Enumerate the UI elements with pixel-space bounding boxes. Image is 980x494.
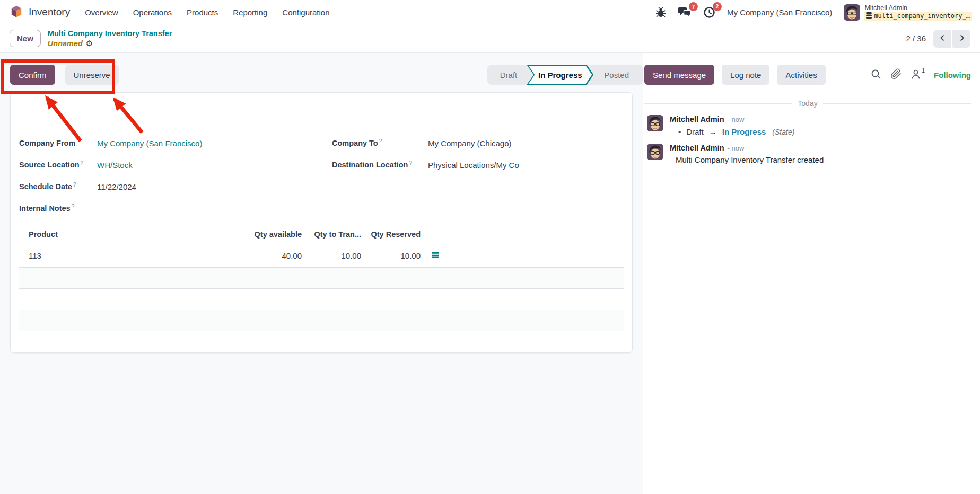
empty-table-row	[19, 289, 624, 310]
schedule-date-value[interactable]: 11/22/2024	[97, 182, 136, 192]
unreserve-button[interactable]: Unreserve	[65, 65, 119, 85]
search-messages-icon[interactable]	[871, 69, 881, 81]
table-row[interactable]: 113 40.00 10.00 10.00	[19, 244, 624, 268]
messages-badge: 7	[689, 2, 698, 11]
field-destination-location: Destination Location? Physical Locations…	[332, 160, 519, 182]
status-bar: Draft In Progress Posted	[487, 65, 643, 85]
help-icon: ?	[73, 182, 76, 188]
qty-available-cell: 40.00	[246, 244, 304, 268]
breadcrumb-parent[interactable]: Multi Company Inventory Transfer	[48, 29, 172, 38]
field-company-to: Company To? My Company (Chicago)	[332, 138, 519, 160]
chevron-right-icon	[957, 33, 966, 44]
database-icon	[866, 12, 872, 21]
transfer-lines-table: Product Qty available Qty to Tran... Qty…	[19, 226, 624, 331]
help-icon: ?	[379, 138, 382, 144]
menu-configuration[interactable]: Configuration	[282, 8, 329, 17]
follower-count: 1	[922, 67, 925, 74]
gear-icon[interactable]: ⚙	[86, 39, 93, 47]
message-time: - now	[728, 144, 745, 152]
tracking-old-value: Draft	[686, 127, 704, 136]
chevron-left-icon	[938, 33, 947, 44]
message-body: Multi Company Inventory Transfer created	[670, 155, 824, 164]
date-divider-label: Today	[798, 99, 817, 108]
pager-previous-button[interactable]	[933, 30, 951, 48]
qty-to-transfer-cell: 10.00	[304, 244, 363, 268]
qty-reserved-cell: 10.00	[363, 244, 423, 268]
field-schedule-date: Schedule Date? 11/22/2024	[19, 182, 332, 204]
column-header-qty-reserved[interactable]: Qty Reserved	[363, 226, 423, 244]
followers-button[interactable]: 1	[911, 69, 925, 81]
breadcrumb-bar: New Multi Company Inventory Transfer Unn…	[0, 24, 980, 53]
following-button[interactable]: Following	[934, 70, 971, 80]
tracking-field-name: (State)	[772, 128, 794, 136]
message-author[interactable]: Mitchell Admin	[670, 144, 724, 152]
empty-table-row	[19, 310, 624, 331]
status-step-in-progress[interactable]: In Progress	[527, 65, 593, 85]
help-icon: ?	[76, 138, 80, 144]
company-from-value[interactable]: My Company (San Francisco)	[97, 138, 202, 148]
company-switcher[interactable]: My Company (San Francisco)	[727, 8, 832, 17]
product-cell: 113	[19, 244, 246, 268]
field-internal-notes: Internal Notes?	[19, 204, 332, 225]
follower-person-icon	[911, 69, 921, 81]
database-chip: multi_company_inventory_…	[864, 12, 972, 21]
help-icon: ?	[72, 204, 75, 209]
menu-reporting[interactable]: Reporting	[233, 8, 267, 17]
database-name: multi_company_inventory_…	[874, 12, 970, 21]
message-author[interactable]: Mitchell Admin	[670, 115, 724, 124]
send-message-button[interactable]: Send message	[644, 65, 714, 85]
form-view-area: Confirm Unreserve Draft In Progress Post…	[0, 53, 643, 494]
source-location-value[interactable]: WH/Stock	[97, 160, 133, 170]
company-to-value[interactable]: My Company (Chicago)	[428, 138, 512, 148]
menu-overview[interactable]: Overview	[85, 8, 118, 17]
message-avatar	[647, 144, 663, 160]
status-step-posted[interactable]: Posted	[593, 65, 643, 85]
column-header-qty-available[interactable]: Qty available	[246, 226, 304, 244]
destination-location-value[interactable]: Physical Locations/My Co	[428, 160, 519, 170]
confirm-button[interactable]: Confirm	[10, 65, 55, 85]
record-name: Unnamed	[48, 39, 83, 48]
new-button[interactable]: New	[10, 30, 41, 47]
tracking-value: • Draft → In Progress (State)	[670, 127, 794, 136]
chatter-panel: Send message Log note Activities	[643, 53, 980, 494]
menu-products[interactable]: Products	[187, 8, 218, 17]
message-avatar	[647, 115, 663, 131]
empty-table-row	[19, 268, 624, 289]
status-step-draft[interactable]: Draft	[487, 65, 527, 85]
activities-button[interactable]: Activities	[777, 65, 825, 85]
pager-next-button[interactable]	[952, 30, 970, 48]
app-name: Inventory	[29, 6, 70, 18]
form-sheet: Company From? My Company (San Francisco)…	[10, 92, 633, 353]
column-header-qty-to-transfer[interactable]: Qty to Tran...	[304, 226, 363, 244]
tracking-new-value: In Progress	[722, 127, 766, 136]
activity-badge: 2	[713, 2, 722, 11]
record-pager: 2 / 36	[906, 34, 926, 43]
chatter-message: Mitchell Admin - now Multi Company Inven…	[647, 144, 971, 164]
field-source-location: Source Location? WH/Stock	[19, 160, 332, 182]
message-time: - now	[728, 116, 745, 124]
inventory-app-icon	[10, 5, 23, 20]
chatter-message: Mitchell Admin - now • Draft → In Progre…	[647, 115, 971, 136]
date-divider: Today	[644, 99, 971, 108]
messages-icon[interactable]: 7	[678, 6, 692, 18]
help-icon: ?	[409, 160, 412, 166]
attachments-icon[interactable]	[890, 68, 902, 81]
arrow-right-icon: →	[709, 127, 717, 136]
menu-operations[interactable]: Operations	[133, 8, 172, 17]
log-note-button[interactable]: Log note	[722, 65, 769, 85]
app-switcher[interactable]: Inventory	[10, 5, 70, 20]
top-navbar: Inventory Overview Operations Products R…	[0, 0, 980, 24]
help-icon: ?	[81, 160, 84, 166]
field-company-from: Company From? My Company (San Francisco)	[19, 138, 332, 160]
user-avatar	[844, 4, 860, 21]
activity-clock-icon[interactable]: 2	[703, 6, 715, 19]
user-menu[interactable]: Mitchell Admin multi_company_inventory_…	[844, 4, 972, 21]
column-header-product[interactable]: Product	[19, 226, 246, 244]
bug-icon[interactable]	[655, 6, 666, 18]
breadcrumb: Multi Company Inventory Transfer Unnamed…	[48, 29, 172, 48]
detailed-operations-icon[interactable]	[431, 251, 439, 260]
user-name: Mitchell Admin	[864, 4, 972, 12]
